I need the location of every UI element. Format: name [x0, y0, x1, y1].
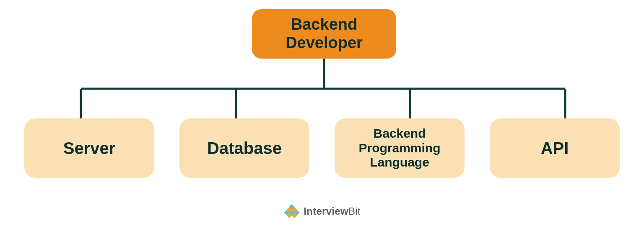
root-node-label: Backend Developer [252, 15, 396, 52]
children-row: Server Database Backend Programming Lang… [0, 118, 644, 178]
child-node-server: Server [24, 118, 154, 178]
child-node-database: Database [179, 118, 309, 178]
child-node-label: Database [207, 139, 282, 157]
footer-brand-text: InterviewBit [304, 205, 361, 217]
interviewbit-logo-icon [283, 204, 300, 218]
root-node-backend-developer: Backend Developer [252, 9, 396, 59]
child-node-api: API [490, 118, 620, 178]
child-node-backend-programming-language: Backend Programming Language [335, 118, 465, 178]
footer-brand: InterviewBit [0, 204, 644, 218]
footer-brand-bold: Interview [304, 205, 348, 217]
footer-brand-light: Bit [348, 205, 361, 217]
child-node-label: API [541, 139, 569, 157]
hierarchy-diagram: Backend Developer Server Database Backen… [0, 0, 644, 231]
child-node-label: Backend Programming Language [340, 126, 460, 170]
child-node-label: Server [63, 139, 116, 157]
